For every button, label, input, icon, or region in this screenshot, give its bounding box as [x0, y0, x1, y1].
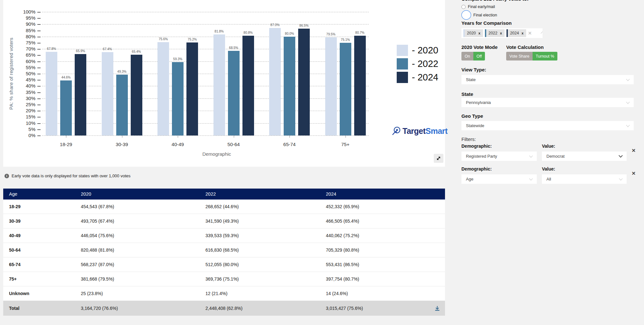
row-age-cell: 18-29 — [3, 204, 81, 209]
row-age-cell: 75+ — [3, 276, 81, 282]
vote-calc-vote-share-button[interactable]: Vote Share — [506, 52, 533, 60]
gridline — [42, 111, 369, 111]
chevron-down-icon[interactable] — [541, 32, 543, 33]
bar-2022: 68.5% — [228, 51, 240, 135]
y-tick-label: 0% — [15, 133, 35, 138]
y-tick-label: 25% — [15, 102, 35, 107]
radio-label: Final election — [473, 13, 497, 17]
bar-2022: 75.1% — [340, 43, 351, 135]
x-tick-label: 65-74 — [270, 142, 309, 147]
view-type-label: View Type: — [461, 67, 486, 72]
row-value-cell: 705,329 (80.8%) — [326, 247, 445, 253]
vote-calc-turnout--button[interactable]: Turnout % — [533, 52, 557, 60]
demographic-label: Demographic: — [461, 144, 542, 149]
gridline — [42, 12, 369, 12]
year-chip-label: 2024 — [510, 31, 519, 35]
chevron-down-icon — [626, 100, 630, 104]
gridline — [42, 135, 369, 136]
gridline — [42, 74, 369, 74]
download-icon — [434, 305, 440, 311]
bar-value-label: 80.7% — [355, 31, 364, 34]
y-tick — [37, 98, 41, 99]
filter-row-labels: Demographic:Value: — [461, 166, 634, 172]
y-tick — [37, 105, 41, 105]
download-button[interactable] — [434, 305, 440, 311]
gridline — [42, 123, 369, 124]
table-row: 30-39493,705 (67.4%)341,590 (49.3%)466,5… — [3, 214, 445, 228]
bar-2022: 80.0% — [284, 37, 295, 135]
remove-filter-button[interactable]: ✕ — [631, 171, 636, 176]
bar-2020: 79.5% — [325, 37, 337, 135]
y-tick — [37, 86, 41, 87]
bar-group: 67.4%49.3%65.4% — [102, 52, 142, 135]
radio-selected-icon[interactable] — [461, 10, 471, 20]
table-header-cell: 2024 — [326, 191, 445, 197]
compare-radio-group: Final early/mailFinal election — [461, 5, 497, 20]
bar-group: 67.8%44.6%65.9% — [46, 52, 86, 135]
demographic-select[interactable]: Registered Party — [461, 152, 537, 161]
radio-unselected-icon[interactable] — [461, 5, 466, 9]
y-tick — [37, 37, 41, 37]
demographic-label: Demographic: — [461, 166, 542, 172]
state-value: Pennsylvania — [466, 100, 491, 105]
targetsmart-logo: TargetSmart — [391, 126, 448, 136]
vote-mode-on-button[interactable]: On — [461, 52, 473, 60]
demographic-select[interactable]: Age — [461, 174, 537, 184]
bar-2020: 67.4% — [102, 52, 113, 135]
info-note: i Early vote data is only displayed for … — [5, 173, 130, 178]
x-tick — [66, 135, 66, 138]
remove-year-icon[interactable]: x — [500, 31, 502, 35]
y-tick-label: 50% — [15, 71, 35, 76]
value-select[interactable]: Democrat — [542, 152, 627, 161]
table-header-cell: Age — [3, 191, 81, 197]
row-age-cell: 30-39 — [3, 218, 81, 224]
x-tick — [234, 135, 234, 138]
view-type-select[interactable]: State — [461, 75, 634, 84]
y-axis-title: PA: % share of registered voters — [8, 12, 14, 135]
remove-year-icon[interactable]: x — [478, 31, 480, 35]
radio-option-1[interactable]: Final election — [461, 10, 497, 20]
info-note-text: Early vote data is only displayed for st… — [12, 173, 130, 178]
y-tick — [37, 117, 41, 117]
x-tick-label: 50-64 — [214, 142, 253, 147]
radio-option-0[interactable]: Final early/mail — [461, 5, 497, 9]
expand-chart-button[interactable] — [434, 154, 443, 163]
y-tick-label: 5% — [15, 126, 35, 132]
filter-row-selects: AgeAll — [461, 174, 634, 184]
chevron-down-icon — [529, 177, 533, 180]
gridline — [42, 24, 369, 24]
bar-2020: 67.8% — [46, 52, 57, 135]
plot-area: 67.8%44.6%65.9%67.4%49.3%65.4%75.6%59.3%… — [42, 12, 369, 135]
row-value-cell: 454,543 (67.8%) — [81, 204, 205, 209]
y-tick-label: 20% — [15, 108, 35, 113]
table-header-cell: 2022 — [205, 191, 326, 197]
row-value-cell: 440,062 (75.2%) — [326, 233, 445, 238]
gridline — [42, 98, 369, 99]
remove-year-icon[interactable]: x — [522, 31, 524, 35]
chevron-down-icon — [619, 177, 622, 180]
remove-filter-button[interactable]: ✕ — [631, 148, 636, 153]
value-select[interactable]: All — [542, 174, 627, 184]
geo-type-select[interactable]: Statewide — [461, 121, 634, 130]
clear-years-icon[interactable]: ✕ — [528, 31, 532, 36]
bar-group: 79.5%75.1%80.7% — [325, 36, 366, 135]
bar-value-label: 44.6% — [62, 76, 71, 79]
state-select[interactable]: Pennsylvania — [461, 98, 634, 107]
y-tick-label: 30% — [15, 96, 35, 101]
y-tick — [37, 31, 41, 31]
year-chip-2020: 2020x — [463, 29, 483, 37]
gridline — [42, 37, 369, 37]
row-value-cell: 14 (24.6%) — [326, 291, 445, 296]
y-tick-label: 15% — [15, 114, 35, 119]
years-heading: Years for Comparison — [461, 20, 512, 26]
bar-value-label: 81.8% — [214, 30, 223, 33]
row-value-cell: 553,431 (86.5%) — [326, 262, 445, 267]
vote-mode-off-button[interactable]: Off — [473, 52, 485, 60]
y-tick — [37, 18, 41, 19]
total-value-cell: 3,164,720 (76.6%) — [81, 306, 205, 311]
y-tick — [37, 55, 41, 56]
bar-value-label: 75.6% — [159, 37, 168, 41]
y-tick — [37, 24, 41, 25]
years-multiselect[interactable]: 2020x2022x2024x✕ — [461, 28, 543, 38]
y-tick — [37, 129, 41, 130]
